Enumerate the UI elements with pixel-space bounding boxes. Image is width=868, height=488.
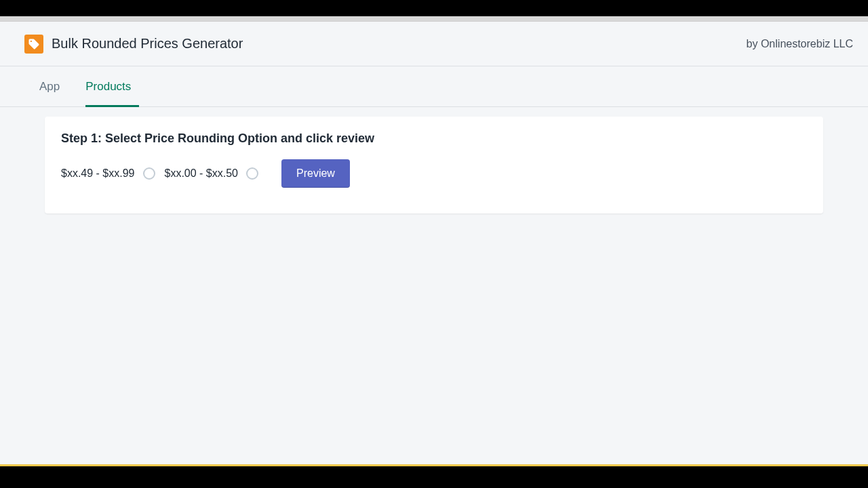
vendor-label: by Onlinestorebiz LLC [747, 38, 853, 50]
header-left: Bulk Rounded Prices Generator [24, 35, 243, 54]
step-title: Step 1: Select Price Rounding Option and… [61, 131, 807, 146]
step-card: Step 1: Select Price Rounding Option and… [45, 117, 823, 214]
tab-bar: App Products [0, 66, 868, 107]
option-label: $xx.00 - $xx.50 [165, 167, 239, 180]
tab-app[interactable]: App [39, 66, 72, 106]
preview-button[interactable]: Preview [281, 159, 350, 188]
option-00-50: $xx.00 - $xx.50 [165, 167, 259, 180]
tab-label: Products [85, 80, 131, 94]
window-bottom-bar [0, 466, 868, 488]
app-title: Bulk Rounded Prices Generator [52, 36, 243, 52]
radio-49-99[interactable] [143, 167, 155, 180]
header-divider [0, 16, 868, 22]
price-tag-icon [24, 35, 43, 54]
window-top-bar [0, 0, 868, 16]
content-area: Step 1: Select Price Rounding Option and… [0, 107, 868, 223]
option-49-99: $xx.49 - $xx.99 [61, 167, 155, 180]
tab-products[interactable]: Products [85, 66, 143, 106]
app-header: Bulk Rounded Prices Generator by Onlines… [0, 22, 868, 66]
tab-label: App [39, 80, 60, 94]
option-label: $xx.49 - $xx.99 [61, 167, 135, 180]
radio-00-50[interactable] [246, 167, 258, 180]
options-row: $xx.49 - $xx.99 $xx.00 - $xx.50 Preview [61, 159, 807, 188]
